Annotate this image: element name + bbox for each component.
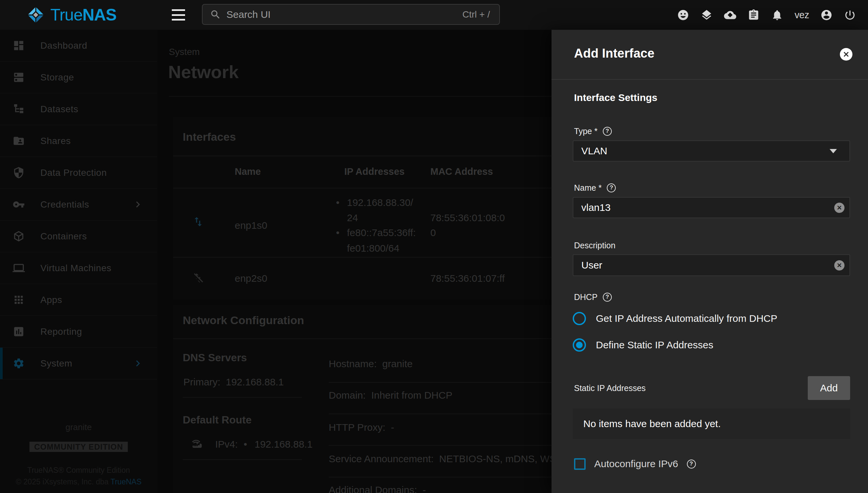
config-row-additional-domains: Additional Domains: -	[329, 485, 426, 493]
sidebar-item-dashboard[interactable]: Dashboard	[0, 30, 157, 62]
name-clear-icon[interactable]: ✕	[834, 202, 845, 213]
truenas-logo-text: TrueNAS	[50, 5, 116, 24]
route-ipv4-label: IPv4:	[215, 439, 238, 450]
radio-static[interactable]: Define Static IP Addresses	[573, 338, 713, 351]
gear-icon	[13, 357, 25, 369]
config-row-http-proxy: HTTP Proxy: -	[329, 422, 394, 433]
type-label: Type * ?	[574, 127, 612, 136]
row1-ip2-wrap: fe01:800/64	[347, 243, 399, 254]
row1-ip2: fe80::7a55:36ff:	[347, 227, 416, 238]
topbar: TrueNAS Search UI Ctrl + / vez	[0, 0, 868, 30]
network-config-title: Network Configuration	[183, 314, 304, 327]
truecommand-icon[interactable]	[700, 9, 713, 21]
feedback-smiley-icon[interactable]	[677, 9, 689, 21]
col-header-ip: IP Addresses	[344, 166, 405, 177]
panel-title: Add Interface	[574, 46, 654, 61]
add-interface-panel: Add Interface Interface Settings Type * …	[551, 30, 868, 493]
chevron-right-icon	[132, 357, 144, 369]
breadcrumb[interactable]: System	[169, 47, 200, 57]
dns-primary-label: Primary:	[183, 377, 220, 388]
interfaces-card-title: Interfaces	[183, 130, 236, 143]
row1-ip1-wrap: 24	[347, 212, 358, 223]
alerts-bell-icon[interactable]	[771, 9, 783, 21]
name-help-icon[interactable]: ?	[607, 184, 616, 192]
static-ip-label: Static IP Addresses	[574, 383, 646, 393]
sidebar-item-virtual-machines[interactable]: Virtual Machines	[0, 252, 157, 284]
key-icon	[13, 198, 25, 211]
dns-primary-value: 192.168.88.1	[226, 377, 284, 388]
radio-static-circle-icon	[573, 338, 586, 351]
radio-dhcp[interactable]: Get IP Address Automatically from DHCP	[573, 312, 777, 325]
sidebar-item-data-protection[interactable]: Data Protection	[0, 157, 157, 189]
row1-ip1: 192.168.88.30/	[347, 197, 413, 208]
close-icon[interactable]	[840, 48, 852, 61]
shield-icon	[13, 167, 25, 179]
chevron-right-icon	[132, 198, 144, 211]
router-icon	[191, 437, 203, 449]
col-header-name: Name	[235, 166, 261, 177]
autoconfigure-help-icon[interactable]: ?	[687, 459, 696, 469]
power-icon[interactable]	[844, 9, 856, 21]
sidebar-footer: granite COMMUNITY EDITION TrueNAS® Commu…	[0, 422, 157, 486]
jobs-clipboard-icon[interactable]	[747, 9, 760, 21]
sidebar-item-system[interactable]: System	[0, 348, 157, 380]
sidebar-item-containers[interactable]: Containers	[0, 220, 157, 252]
row1-mac: 78:55:36:01:08:0	[430, 212, 505, 223]
add-button[interactable]: Add	[808, 376, 850, 400]
autoconfigure-checkbox[interactable]	[574, 458, 586, 470]
containers-icon	[13, 230, 25, 242]
search-input[interactable]: Search UI Ctrl + /	[202, 4, 500, 25]
description-label: Description	[574, 241, 615, 250]
truenas-logo[interactable]: TrueNAS	[26, 0, 116, 30]
sidebar-item-storage[interactable]: Storage	[0, 62, 157, 93]
row1-mac-wrap: 0	[430, 227, 436, 238]
radio-dhcp-circle-icon	[573, 312, 586, 325]
topbar-actions: vez	[677, 0, 856, 30]
name-label: Name * ?	[574, 183, 616, 192]
interface-settings-heading: Interface Settings	[574, 92, 657, 103]
select-caret-icon	[830, 149, 837, 153]
cloud-icon[interactable]	[724, 9, 736, 21]
sidebar-item-credentials[interactable]: Credentials	[0, 189, 157, 220]
col-header-mac: MAC Address	[430, 166, 493, 177]
sidebar-item-datasets[interactable]: Datasets	[0, 93, 157, 125]
footer-edition-text: TrueNAS® Community Edition	[0, 466, 157, 475]
search-placeholder: Search UI	[226, 9, 462, 20]
panel-title-divider	[551, 79, 868, 80]
truenas-logo-icon	[26, 5, 46, 25]
row1-name[interactable]: enp1s0	[235, 220, 267, 231]
route-ipv4-value: 192.168.88.1	[255, 439, 312, 450]
row2-mac: 78:55:36:01:07:ff	[430, 273, 505, 284]
edition-badge: COMMUNITY EDITION	[29, 442, 128, 452]
config-row-hostname: Hostname: granite	[329, 358, 412, 369]
laptop-icon	[13, 262, 25, 274]
type-help-icon[interactable]: ?	[603, 127, 612, 136]
description-clear-icon[interactable]: ✕	[834, 260, 845, 271]
footer-brand-link[interactable]: TrueNAS	[111, 477, 142, 486]
datasets-icon	[13, 103, 25, 115]
dhcp-help-icon[interactable]: ?	[603, 293, 612, 302]
description-input[interactable]: User ✕	[573, 254, 850, 276]
type-select[interactable]: VLAN	[573, 141, 850, 162]
reporting-icon	[13, 325, 25, 338]
menu-icon[interactable]	[172, 7, 185, 22]
autoconfigure-row: Autoconfigure IPv6 ?	[574, 457, 696, 470]
search-icon	[210, 9, 221, 20]
apps-grid-icon	[13, 294, 25, 306]
shares-icon	[13, 135, 25, 147]
sidebar-item-reporting[interactable]: Reporting	[0, 316, 157, 348]
page-title: Network	[168, 62, 239, 82]
dashboard-icon	[13, 39, 25, 52]
empty-list-box: No items have been added yet.	[573, 409, 850, 439]
username-text: vez	[795, 9, 809, 21]
name-input[interactable]: vlan13 ✕	[573, 197, 850, 218]
hostname-text: granite	[0, 422, 157, 432]
row2-name[interactable]: enp2s0	[235, 273, 267, 284]
user-avatar-icon[interactable]	[820, 9, 832, 21]
sidebar-item-apps[interactable]: Apps	[0, 284, 157, 316]
footer-copyright: © 2025 iXsystems, Inc. dba TrueNAS	[0, 477, 157, 486]
search-shortcut: Ctrl + /	[462, 9, 490, 20]
sidebar-item-shares[interactable]: Shares	[0, 125, 157, 157]
interface-up-icon	[192, 216, 204, 228]
config-row-domain: Domain: Inherit from DHCP	[329, 390, 452, 401]
